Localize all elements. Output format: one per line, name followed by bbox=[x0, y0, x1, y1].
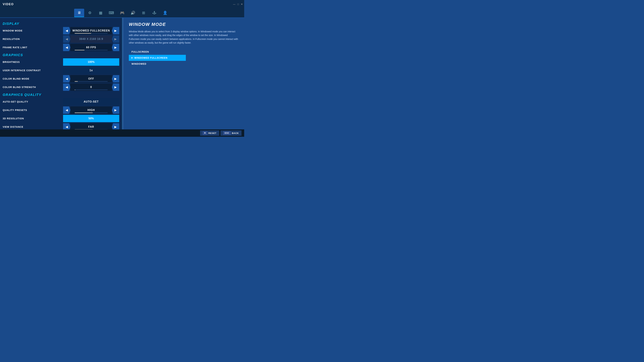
setting-quality-presets: QUALITY PRESETS ◀ HIGH ▶ bbox=[3, 106, 119, 114]
section-graphics: GRAPHICS bbox=[3, 53, 119, 57]
label-window-mode: WINDOW MODE bbox=[3, 29, 63, 32]
section-graphics-quality: GRAPHICS QUALITY bbox=[3, 93, 119, 97]
frame-rate-value: 60 FPS bbox=[70, 44, 112, 51]
control-resolution: ◀ 3840 X 2160 16:9 ▶ bbox=[63, 35, 119, 43]
setting-3d-resolution: 3D RESOLUTION 50% bbox=[3, 115, 119, 122]
resolution-right[interactable]: ▶ bbox=[112, 35, 119, 43]
color-blind-mode-right[interactable]: ▶ bbox=[112, 75, 119, 82]
window-mode-value: WINDOWED FULLSCREEN bbox=[70, 27, 112, 34]
label-frame-rate: FRAME RATE LIMIT bbox=[3, 46, 63, 49]
setting-window-mode: WINDOW MODE ◀ WINDOWED FULLSCREEN ▶ bbox=[3, 27, 119, 34]
control-ui-contrast: 1x bbox=[63, 67, 119, 74]
nav-tabs: 🖥 ⚙ ▦ ⌨ 🎮 🔊 ⊞ 🕹 👤 bbox=[0, 8, 244, 18]
control-window-mode: ◀ WINDOWED FULLSCREEN ▶ bbox=[63, 27, 119, 34]
label-quality-presets: QUALITY PRESETS bbox=[3, 109, 63, 111]
tab-controller[interactable]: 🎮 bbox=[117, 9, 127, 17]
label-resolution: RESOLUTION bbox=[3, 38, 63, 40]
back-key: ESC bbox=[223, 131, 231, 135]
color-blind-mode-left[interactable]: ◀ bbox=[63, 75, 70, 82]
option-windowed-fullscreen[interactable]: ▶ WINDOWED FULLSCREEN bbox=[129, 55, 186, 61]
color-blind-strength-value: 0 bbox=[70, 83, 112, 91]
label-ui-contrast: USER INTERFACE CONTRAST bbox=[3, 69, 63, 72]
label-auto-set: AUTO-SET QUALITY bbox=[3, 100, 63, 103]
frame-rate-slider bbox=[75, 50, 108, 50]
3d-resolution-value[interactable]: 50% bbox=[63, 115, 119, 122]
tab-audio[interactable]: 🔊 bbox=[128, 9, 138, 17]
frame-rate-right[interactable]: ▶ bbox=[112, 44, 119, 51]
label-3d-resolution: 3D RESOLUTION bbox=[3, 117, 63, 120]
setting-auto-set: AUTO-SET QUALITY AUTO-SET bbox=[3, 98, 119, 105]
quality-presets-slider bbox=[75, 112, 108, 113]
section-display: DISPLAY bbox=[3, 22, 119, 26]
color-blind-mode-slider bbox=[75, 81, 108, 82]
selected-bullet: ▶ bbox=[132, 57, 133, 59]
close-button[interactable]: ✕ bbox=[241, 3, 243, 5]
control-quality-presets: ◀ HIGH ▶ bbox=[63, 106, 119, 114]
info-panel: WINDOW MODE Window Mode allows you to se… bbox=[124, 18, 244, 129]
setting-resolution: RESOLUTION ◀ 3840 X 2160 16:9 ▶ bbox=[3, 35, 119, 43]
view-distance-left[interactable]: ◀ bbox=[63, 123, 70, 129]
maximize-button[interactable]: □ bbox=[238, 3, 239, 5]
color-blind-strength-left[interactable]: ◀ bbox=[63, 83, 70, 91]
view-distance-value: FAR bbox=[70, 123, 112, 129]
title-bar: VIDEO — □ ✕ bbox=[0, 0, 244, 8]
tab-network[interactable]: ⊞ bbox=[138, 9, 148, 17]
control-view-distance: ◀ FAR ▶ bbox=[63, 123, 119, 129]
settings-panel: DISPLAY WINDOW MODE ◀ WINDOWED FULLSCREE… bbox=[0, 18, 122, 129]
back-button[interactable]: ESC BACK bbox=[220, 130, 242, 136]
label-color-blind-mode: COLOR BLIND MODE bbox=[3, 77, 63, 80]
control-color-blind-strength: ◀ 0 ▶ bbox=[63, 83, 119, 91]
setting-ui-contrast: USER INTERFACE CONTRAST 1x bbox=[3, 67, 119, 74]
page-title: VIDEO bbox=[3, 2, 14, 6]
label-brightness: BRIGHTNESS bbox=[3, 61, 63, 63]
back-label: BACK bbox=[232, 132, 239, 134]
frame-rate-left[interactable]: ◀ bbox=[63, 44, 70, 51]
control-color-blind-mode: ◀ OFF ▶ bbox=[63, 75, 119, 82]
window-mode-right[interactable]: ▶ bbox=[112, 27, 119, 34]
ui-contrast-value: 1x bbox=[63, 67, 119, 74]
setting-color-blind-mode: COLOR BLIND MODE ◀ OFF ▶ bbox=[3, 75, 119, 82]
view-distance-right[interactable]: ▶ bbox=[112, 123, 119, 129]
color-blind-strength-slider bbox=[75, 89, 108, 90]
tab-settings[interactable]: ⚙ bbox=[85, 9, 95, 17]
resolution-left[interactable]: ◀ bbox=[63, 35, 70, 43]
setting-brightness: BRIGHTNESS 100% bbox=[3, 58, 119, 66]
tab-profile[interactable]: 👤 bbox=[160, 9, 170, 17]
reset-button[interactable]: R RESET bbox=[200, 130, 219, 136]
tab-gamepad[interactable]: 🕹 bbox=[149, 9, 159, 17]
color-blind-strength-right[interactable]: ▶ bbox=[112, 83, 119, 91]
control-auto-set: AUTO-SET bbox=[63, 98, 119, 105]
setting-color-blind-strength: COLOR BLIND STRENGTH ◀ 0 ▶ bbox=[3, 83, 119, 91]
reset-label: RESET bbox=[208, 132, 216, 134]
main-layout: DISPLAY WINDOW MODE ◀ WINDOWED FULLSCREE… bbox=[0, 18, 244, 129]
window-mode-slider bbox=[75, 33, 108, 34]
tab-video[interactable]: 🖥 bbox=[74, 9, 84, 17]
reset-key: R bbox=[203, 131, 208, 135]
setting-frame-rate: FRAME RATE LIMIT ◀ 60 FPS ▶ bbox=[3, 44, 119, 51]
color-blind-mode-value: OFF bbox=[70, 75, 112, 82]
info-title: WINDOW MODE bbox=[129, 22, 239, 27]
option-windowed[interactable]: WINDOWED bbox=[129, 61, 186, 67]
resolution-value: 3840 X 2160 16:9 bbox=[70, 35, 112, 43]
option-fullscreen[interactable]: FULLSCREEN bbox=[129, 49, 186, 55]
control-3d-resolution: 50% bbox=[63, 115, 119, 122]
bottom-bar: R RESET ESC BACK bbox=[0, 129, 244, 137]
control-frame-rate: ◀ 60 FPS ▶ bbox=[63, 44, 119, 51]
quality-presets-left[interactable]: ◀ bbox=[63, 106, 70, 114]
control-brightness: 100% bbox=[63, 58, 119, 66]
window-mode-left[interactable]: ◀ bbox=[63, 27, 70, 34]
setting-view-distance: VIEW DISTANCE ◀ FAR ▶ bbox=[3, 123, 119, 129]
label-color-blind-strength: COLOR BLIND STRENGTH bbox=[3, 86, 63, 88]
brightness-value[interactable]: 100% bbox=[63, 58, 119, 66]
auto-set-value[interactable]: AUTO-SET bbox=[63, 98, 119, 105]
window-controls: — □ ✕ bbox=[233, 3, 243, 5]
tab-keyboard[interactable]: ⌨ bbox=[106, 9, 116, 17]
quality-presets-right[interactable]: ▶ bbox=[112, 106, 119, 114]
minimize-button[interactable]: — bbox=[233, 3, 236, 5]
quality-presets-value: HIGH bbox=[70, 106, 112, 114]
tab-ui[interactable]: ▦ bbox=[96, 9, 106, 17]
label-view-distance: VIEW DISTANCE bbox=[3, 125, 63, 128]
info-description: Window Mode allows you to select from 3 … bbox=[129, 30, 239, 45]
